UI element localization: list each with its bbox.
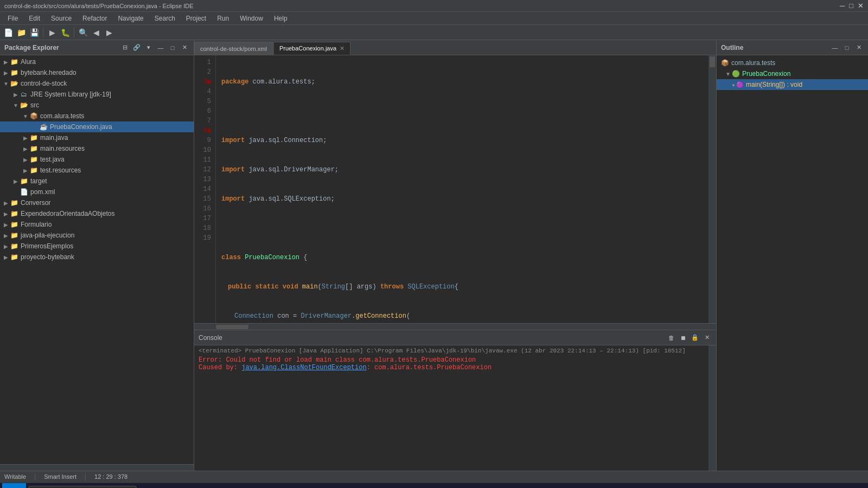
menu-run[interactable]: Run bbox=[212, 14, 234, 23]
taskbar-app-mail[interactable]: ✉ bbox=[216, 483, 240, 489]
left-panel-scrollbar[interactable] bbox=[0, 464, 194, 471]
menu-edit[interactable]: Edit bbox=[23, 14, 46, 23]
toggle-main-java[interactable]: ▶ bbox=[22, 134, 29, 142]
menu-navigate[interactable]: Navigate bbox=[112, 14, 149, 23]
menu-project[interactable]: Project bbox=[181, 14, 212, 23]
toggle-conversor[interactable]: ▶ bbox=[2, 199, 10, 207]
menu-refactor[interactable]: Refactor bbox=[77, 14, 112, 23]
taskbar-app-explorer[interactable]: 📁 bbox=[166, 483, 190, 489]
toolbar-open[interactable]: 📁 bbox=[15, 27, 27, 38]
outline-close-button[interactable]: ✕ bbox=[854, 43, 864, 53]
toolbar-forward[interactable]: ▶ bbox=[103, 27, 115, 38]
toggle-java-pila[interactable]: ▶ bbox=[2, 232, 10, 239]
tree-item-jre[interactable]: ▶ 🗂 JRE System Library [jdk-19] bbox=[0, 89, 194, 100]
toolbar-new[interactable]: 📄 bbox=[2, 27, 14, 38]
tree-item-proyecto-bytebank[interactable]: ▶ 📁 proyecto-bytebank bbox=[0, 252, 194, 262]
menu-window[interactable]: Window bbox=[234, 14, 269, 23]
outline-tree[interactable]: 📦 com.alura.tests ▼ 🟢 PruebaConexion ● 🟣… bbox=[717, 55, 868, 471]
tree-item-main-resources[interactable]: ▶ 📁 main.resources bbox=[0, 143, 194, 154]
tree-item-target[interactable]: ▶ 📁 target bbox=[0, 176, 194, 187]
tree-item-prueba-conexion[interactable]: ▶ ☕ PruebaConexion.java bbox=[0, 121, 194, 132]
toggle-test-java[interactable]: ▶ bbox=[22, 156, 29, 163]
console-close-button[interactable]: ✕ bbox=[702, 333, 712, 343]
toggle-proyecto-bytebank[interactable]: ▶ bbox=[2, 253, 10, 261]
console-exception-link[interactable]: java.lang.ClassNotFoundException bbox=[241, 364, 366, 371]
tree-item-expendedora[interactable]: ▶ 📁 ExpendedoraOrientadaAObjetos bbox=[0, 208, 194, 219]
menu-source[interactable]: Source bbox=[46, 14, 77, 23]
maximize-button[interactable]: □ bbox=[849, 2, 853, 10]
outline-minimize-button[interactable]: — bbox=[830, 43, 840, 53]
toolbar-debug[interactable]: 🐛 bbox=[59, 27, 71, 38]
outline-maximize-button[interactable]: □ bbox=[842, 43, 852, 53]
tree-item-test-java[interactable]: ▶ 📁 test.java bbox=[0, 154, 194, 165]
toggle-src[interactable]: ▼ bbox=[12, 101, 20, 109]
close-button[interactable]: ✕ bbox=[858, 2, 864, 10]
tree-item-control-de-stock[interactable]: ▼ 📂 control-de-stock bbox=[0, 78, 194, 89]
tree-item-bytebank[interactable]: ▶ 📁 bytebank.heredado bbox=[0, 67, 194, 78]
taskbar-app-edge[interactable]: 🌐 bbox=[191, 483, 215, 489]
tab-close-prueba-conexion[interactable]: ✕ bbox=[340, 45, 344, 52]
tree-item-main-java[interactable]: ▶ 📁 main.java bbox=[0, 132, 194, 143]
tree-item-src[interactable]: ▼ 📂 src bbox=[0, 100, 194, 111]
close-panel-button[interactable]: ✕ bbox=[180, 43, 189, 53]
outline-item-class[interactable]: ▼ 🟢 PruebaConexion bbox=[717, 68, 868, 79]
taskbar-app-app3[interactable]: 🎵 bbox=[341, 483, 365, 489]
taskbar-app-app4[interactable]: 🖥 bbox=[366, 483, 390, 489]
link-with-editor-button[interactable]: 🔗 bbox=[132, 43, 142, 53]
taskbar-search-box[interactable]: 🔍 bbox=[28, 486, 137, 489]
toggle-test-resources[interactable]: ▶ bbox=[22, 166, 29, 174]
view-menu-button[interactable]: ▾ bbox=[144, 43, 154, 53]
tree-item-alura[interactable]: ▶ 📁 Alura bbox=[0, 56, 194, 67]
package-explorer-tree[interactable]: ▶ 📁 Alura ▶ 📁 bytebank.heredado ▼ 📂 cont… bbox=[0, 55, 194, 464]
toggle-formulario[interactable]: ▶ bbox=[2, 221, 10, 228]
taskbar-app-store[interactable]: 🛍 bbox=[241, 483, 265, 489]
toggle-bytebank[interactable]: ▶ bbox=[2, 69, 10, 76]
taskbar-app-task-view[interactable]: ⊞ bbox=[141, 483, 165, 489]
tree-item-pom-xml[interactable]: ▶ 📄 pom.xml bbox=[0, 187, 194, 197]
tree-item-conversor[interactable]: ▶ 📁 Conversor bbox=[0, 197, 194, 208]
minimize-button[interactable]: ─ bbox=[840, 2, 845, 10]
tree-item-com-alura-tests[interactable]: ▼ 📦 com.alura.tests bbox=[0, 111, 194, 121]
start-button[interactable] bbox=[2, 483, 26, 489]
tree-item-test-resources[interactable]: ▶ 📁 test.resources bbox=[0, 165, 194, 176]
taskbar-app-eclipse[interactable]: ☕ bbox=[291, 483, 315, 489]
outline-class-toggle[interactable]: ▼ bbox=[725, 71, 731, 77]
toolbar-back[interactable]: ◀ bbox=[90, 27, 102, 38]
console-stop-button[interactable]: ⏹ bbox=[678, 333, 688, 343]
console-scroll-lock-button[interactable]: 🔒 bbox=[690, 333, 700, 343]
menu-file[interactable]: File bbox=[2, 14, 23, 23]
tree-item-formulario[interactable]: ▶ 📁 Formulario bbox=[0, 219, 194, 230]
toggle-expendedora[interactable]: ▶ bbox=[2, 210, 10, 217]
toolbar-save[interactable]: 💾 bbox=[28, 27, 40, 38]
console-vertical-scrollbar[interactable] bbox=[709, 345, 716, 471]
toggle-main-resources[interactable]: ▶ bbox=[22, 145, 29, 152]
console-output[interactable]: <terminated> PruebaConexion [Java Applic… bbox=[194, 345, 709, 471]
toggle-control-de-stock[interactable]: ▼ bbox=[2, 80, 10, 87]
outline-item-package[interactable]: 📦 com.alura.tests bbox=[717, 57, 868, 68]
editor-content[interactable]: 1 2 3◉ 4 5 6 7 8◉ 9 10 11 12 13 14 bbox=[194, 55, 716, 323]
tree-item-primeros-ejemplos[interactable]: ▶ 📁 PrimerosEjemplos bbox=[0, 241, 194, 252]
toolbar-search[interactable]: 🔍 bbox=[77, 27, 89, 38]
editor-vertical-scrollbar[interactable] bbox=[709, 55, 716, 323]
editor-horizontal-scrollbar[interactable] bbox=[194, 323, 716, 330]
taskbar-app-terminal[interactable]: ⬛ bbox=[266, 483, 290, 489]
toggle-com-alura-tests[interactable]: ▼ bbox=[22, 112, 29, 120]
toggle-target[interactable]: ▶ bbox=[12, 177, 20, 185]
collapse-all-button[interactable]: ⊟ bbox=[120, 43, 130, 53]
tree-item-java-pila[interactable]: ▶ 📁 java-pila-ejecucion bbox=[0, 230, 194, 241]
maximize-panel-button[interactable]: □ bbox=[168, 43, 177, 53]
taskbar-app-app2[interactable]: 🎮 bbox=[316, 483, 340, 489]
toggle-jre[interactable]: ▶ bbox=[12, 91, 20, 98]
tab-pom-xml[interactable]: control-de-stock/pom.xml bbox=[194, 42, 273, 55]
menu-help[interactable]: Help bbox=[269, 14, 293, 23]
toggle-alura[interactable]: ▶ bbox=[2, 58, 10, 66]
minimize-panel-button[interactable]: — bbox=[156, 43, 165, 53]
tab-prueba-conexion[interactable]: PruebaConexion.java ✕ bbox=[273, 42, 350, 55]
code-editor[interactable]: package com.alura.tests; import java.sql… bbox=[216, 55, 709, 323]
menu-search[interactable]: Search bbox=[149, 14, 181, 23]
console-clear-button[interactable]: 🗑 bbox=[666, 333, 676, 343]
toggle-primeros-ejemplos[interactable]: ▶ bbox=[2, 242, 10, 250]
line-num-2: 2 bbox=[194, 67, 211, 77]
toolbar-run[interactable]: ▶ bbox=[46, 27, 58, 38]
outline-item-method[interactable]: ● 🟣 main(String[]) : void bbox=[717, 79, 868, 90]
